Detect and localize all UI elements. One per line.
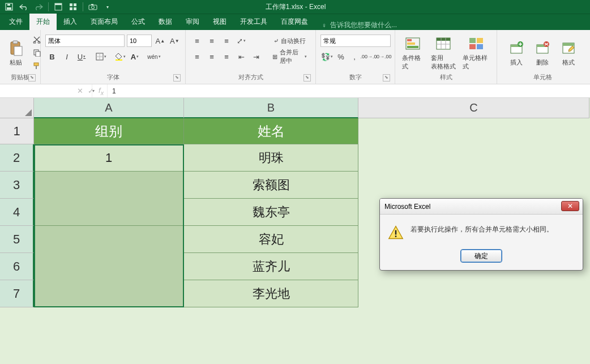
row-header-4[interactable]: 4	[0, 199, 34, 226]
align-center-icon[interactable]: ≡	[205, 50, 219, 63]
cell-b6[interactable]: 蓝齐儿	[184, 253, 358, 280]
bold-button[interactable]: B	[45, 50, 59, 63]
format-table-button[interactable]: 套用 表格格式	[429, 33, 458, 72]
redo-icon[interactable]	[32, 1, 45, 13]
dialog-launcher-icon[interactable]: ⬊	[28, 74, 36, 82]
cell-a4[interactable]	[34, 199, 184, 226]
percent-icon[interactable]: %	[335, 50, 347, 63]
fill-color-button[interactable]: ▾	[113, 50, 127, 63]
currency-icon[interactable]: 💱▾	[320, 50, 334, 63]
cell-a6[interactable]	[34, 253, 184, 280]
lightbulb-icon: ♀	[322, 22, 327, 29]
delete-cells-button[interactable]: 删除	[531, 38, 554, 68]
align-middle-icon[interactable]: ≡	[205, 35, 219, 47]
insert-cells-button[interactable]: 插入	[505, 38, 528, 68]
enter-icon[interactable]: ✓	[88, 87, 94, 95]
border-button[interactable]: ▾	[94, 50, 108, 63]
decrease-decimal-icon[interactable]: .0→.00	[377, 50, 390, 63]
align-top-icon[interactable]: ≡	[190, 35, 204, 47]
row-header-1[interactable]: 1	[0, 118, 34, 144]
tab-data[interactable]: 数据	[152, 14, 179, 30]
cell-b1[interactable]: 姓名	[184, 118, 358, 144]
row-header-3[interactable]: 3	[0, 172, 34, 199]
tab-formulas[interactable]: 公式	[125, 14, 152, 30]
italic-button[interactable]: I	[60, 50, 74, 63]
dialog-launcher-icon[interactable]: ⬊	[173, 74, 181, 82]
tab-developer[interactable]: 开发工具	[233, 14, 274, 30]
camera-icon[interactable]	[86, 1, 100, 13]
grid-icon[interactable]	[66, 1, 80, 13]
cell-b2[interactable]: 明珠	[184, 144, 358, 172]
cell-a2[interactable]: 1	[34, 144, 184, 172]
formula-bar: ▾ ✕ ✓ fx 1	[0, 84, 590, 98]
dialog-titlebar[interactable]: Microsoft Excel ✕	[380, 199, 583, 215]
increase-font-icon[interactable]: A▲	[154, 35, 166, 47]
cell-a7[interactable]	[34, 280, 184, 307]
tab-file[interactable]: 文件	[2, 14, 29, 30]
fx-icon[interactable]: fx	[99, 86, 104, 96]
cancel-icon[interactable]: ✕	[77, 87, 83, 95]
new-window-icon[interactable]	[52, 1, 65, 13]
cell-b4[interactable]: 魏东亭	[184, 199, 358, 226]
tab-layout[interactable]: 页面布局	[84, 14, 125, 30]
tell-me[interactable]: ♀ 告诉我您想要做什么...	[322, 20, 397, 30]
conditional-format-button[interactable]: 条件格式	[400, 33, 426, 72]
decrease-indent-icon[interactable]: ⇤	[234, 50, 248, 63]
cell-c3[interactable]	[358, 172, 589, 199]
cell-styles-button[interactable]: 单元格样式	[460, 33, 492, 72]
close-icon[interactable]: ✕	[561, 201, 579, 211]
row-header-6[interactable]: 6	[0, 253, 34, 280]
svg-rect-11	[91, 4, 93, 5]
row-header-5[interactable]: 5	[0, 226, 34, 253]
column-header-b[interactable]: B	[184, 98, 358, 118]
ok-button[interactable]: 确定	[461, 250, 502, 262]
cell-a1[interactable]: 组别	[34, 118, 184, 144]
tab-baidu[interactable]: 百度网盘	[274, 14, 315, 30]
cell-b5[interactable]: 容妃	[184, 226, 358, 253]
phonetic-button[interactable]: wén▾	[147, 50, 161, 63]
wrap-text-button[interactable]: ⤶ 自动换行	[268, 35, 311, 47]
paste-button[interactable]: 粘贴	[5, 38, 27, 68]
tab-view[interactable]: 视图	[206, 14, 233, 30]
dialog-launcher-icon[interactable]: ⬊	[383, 74, 390, 82]
increase-decimal-icon[interactable]: .00→.0	[362, 50, 375, 63]
underline-button[interactable]: U▾	[75, 50, 88, 63]
number-format-combo[interactable]	[320, 35, 391, 47]
name-box[interactable]: ▾	[0, 84, 74, 97]
formula-input[interactable]: 1	[108, 84, 590, 97]
align-right-icon[interactable]: ≡	[220, 50, 233, 63]
font-color-button[interactable]: A▾	[128, 50, 142, 63]
column-header-c[interactable]: C	[358, 98, 589, 118]
increase-indent-icon[interactable]: ⇥	[249, 50, 263, 63]
undo-icon[interactable]	[17, 1, 31, 13]
tab-insert[interactable]: 插入	[57, 14, 84, 30]
save-icon[interactable]	[2, 1, 16, 13]
tab-home[interactable]: 开始	[29, 14, 57, 30]
row-header-7[interactable]: 7	[0, 280, 34, 307]
cell-a5[interactable]	[34, 226, 184, 253]
qat-customize-icon[interactable]: ▾	[101, 1, 114, 13]
svg-rect-35	[477, 38, 483, 43]
orientation-icon[interactable]: ⤢▾	[234, 35, 248, 47]
svg-rect-28	[407, 46, 418, 48]
tab-review[interactable]: 审阅	[179, 14, 206, 30]
cell-c7[interactable]	[358, 280, 589, 307]
font-name-combo[interactable]	[45, 35, 125, 47]
column-header-a[interactable]: A	[34, 98, 184, 118]
row-header-2[interactable]: 2	[0, 144, 34, 172]
align-bottom-icon[interactable]: ≡	[220, 35, 233, 47]
cell-c2[interactable]	[358, 144, 589, 172]
cell-a3[interactable]	[34, 172, 184, 199]
svg-rect-4	[55, 3, 62, 5]
cell-b7[interactable]: 李光地	[184, 280, 358, 307]
select-all-corner[interactable]	[0, 98, 34, 118]
decrease-font-icon[interactable]: A▼	[169, 35, 181, 47]
cell-c1[interactable]	[358, 118, 589, 144]
merge-center-button[interactable]: ⊞ 合并后居中▾	[268, 50, 311, 63]
cell-b3[interactable]: 索额图	[184, 172, 358, 199]
font-size-combo[interactable]	[127, 35, 152, 47]
comma-icon[interactable]: ,	[348, 50, 361, 63]
align-left-icon[interactable]: ≡	[190, 50, 204, 63]
dialog-launcher-icon[interactable]: ⬊	[303, 74, 311, 82]
format-cells-button[interactable]: 格式	[557, 38, 580, 68]
